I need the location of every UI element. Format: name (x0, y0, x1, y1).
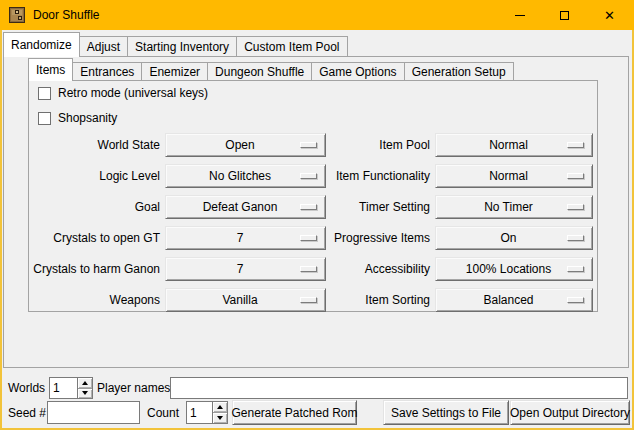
crystals-open-gt-dropdown[interactable]: 7 (165, 226, 326, 250)
world-state-dropdown[interactable]: Open (165, 133, 326, 157)
dropdown-value: Open (166, 138, 300, 152)
count-spinner[interactable]: 1 (186, 401, 228, 424)
main-tab-bar: Randomize Adjust Starting Inventory Cust… (3, 33, 348, 57)
world-state-label: World State (30, 133, 160, 157)
progressive-items-label: Progressive Items (326, 226, 430, 250)
dropdown-indicator-icon (567, 142, 584, 148)
item-sorting-dropdown[interactable]: Balanced (435, 288, 593, 312)
spinner-buttons (212, 402, 227, 423)
tab-starting-inventory[interactable]: Starting Inventory (127, 36, 237, 57)
weapons-label: Weapons (30, 288, 160, 312)
close-button[interactable]: ✕ (587, 0, 632, 30)
tab-label: Entrances (80, 65, 134, 79)
dropdown-value: Vanilla (166, 293, 300, 307)
item-sorting-label: Item Sorting (326, 288, 430, 312)
door-shuffle-window: Door Shuffle ✕ Randomize Adjust Starting… (0, 0, 634, 430)
dropdown-value: Normal (436, 169, 567, 183)
tab-label: Dungeon Shuffle (215, 65, 304, 79)
shopsanity-checkbox-row: Shopsanity (38, 111, 117, 125)
dropdown-value: Defeat Ganon (166, 200, 300, 214)
arrow-up-icon (217, 405, 223, 409)
crystals-harm-ganon-label: Crystals to harm Ganon (30, 257, 160, 281)
tab-label: Custom Item Pool (244, 40, 339, 54)
window-border-left (0, 30, 2, 430)
retro-mode-checkbox[interactable] (38, 87, 51, 100)
maximize-button[interactable] (542, 0, 587, 30)
dropdown-indicator-icon (567, 235, 584, 241)
player-names-input[interactable] (170, 377, 628, 399)
item-pool-label: Item Pool (326, 133, 430, 157)
spinner-buttons (77, 378, 92, 398)
dropdown-value: No Timer (436, 200, 567, 214)
dropdown-value: On (436, 231, 567, 245)
goal-dropdown[interactable]: Defeat Ganon (165, 195, 326, 219)
count-label: Count (147, 402, 179, 424)
worlds-spinner[interactable]: 1 (49, 377, 93, 399)
spin-down-button[interactable] (78, 388, 92, 399)
maximize-icon (560, 11, 569, 20)
minimize-button[interactable] (497, 0, 542, 30)
retro-mode-label: Retro mode (universal keys) (58, 86, 208, 100)
save-settings-button[interactable]: Save Settings to File (383, 400, 509, 425)
tab-label: Adjust (87, 40, 120, 54)
window-titlebar[interactable]: Door Shuffle ✕ (0, 0, 634, 30)
item-pool-dropdown[interactable]: Normal (435, 133, 593, 157)
accessibility-dropdown[interactable]: 100% Locations (435, 257, 593, 281)
subtab-items[interactable]: Items (28, 58, 73, 81)
dropdown-value: 7 (166, 231, 300, 245)
crystals-harm-ganon-dropdown[interactable]: 7 (165, 257, 326, 281)
dropdown-indicator-icon (567, 297, 584, 303)
subtab-dungeon-shuffle[interactable]: Dungeon Shuffle (207, 62, 312, 81)
dropdown-value: Normal (436, 138, 567, 152)
dropdown-indicator-icon (300, 173, 317, 179)
dropdown-indicator-icon (300, 142, 317, 148)
dropdown-value: No Glitches (166, 169, 300, 183)
dropdown-indicator-icon (300, 204, 317, 210)
subtab-generation-setup[interactable]: Generation Setup (404, 62, 514, 81)
shopsanity-label: Shopsanity (58, 111, 117, 125)
window-title: Door Shuffle (33, 0, 100, 30)
item-functionality-label: Item Functionality (326, 164, 430, 188)
player-names-label: Player names (97, 377, 170, 399)
dropdown-value: Balanced (436, 293, 567, 307)
tab-randomize[interactable]: Randomize (3, 32, 80, 57)
shopsanity-checkbox[interactable] (38, 112, 51, 125)
tab-adjust[interactable]: Adjust (79, 36, 128, 57)
seed-label: Seed # (8, 402, 46, 424)
dropdown-indicator-icon (567, 204, 584, 210)
sub-tab-bar: Items Entrances Enemizer Dungeon Shuffle… (28, 59, 514, 81)
tab-label: Starting Inventory (135, 40, 229, 54)
spin-down-button[interactable] (213, 412, 227, 423)
worlds-label: Worlds (8, 377, 45, 399)
goal-label: Goal (30, 195, 160, 219)
dropdown-indicator-icon (300, 235, 317, 241)
tab-label: Generation Setup (412, 65, 506, 79)
subtab-enemizer[interactable]: Enemizer (141, 62, 208, 81)
arrow-up-icon (82, 381, 88, 385)
weapons-dropdown[interactable]: Vanilla (165, 288, 326, 312)
progressive-items-dropdown[interactable]: On (435, 226, 593, 250)
seed-input[interactable] (47, 401, 140, 424)
spin-up-button[interactable] (78, 378, 92, 388)
worlds-value: 1 (53, 378, 60, 398)
window-controls: ✕ (497, 0, 632, 30)
close-icon: ✕ (604, 9, 615, 22)
accessibility-label: Accessibility (326, 257, 430, 281)
timer-setting-label: Timer Setting (326, 195, 430, 219)
subtab-game-options[interactable]: Game Options (311, 62, 404, 81)
item-functionality-dropdown[interactable]: Normal (435, 164, 593, 188)
tab-label: Game Options (319, 65, 396, 79)
spin-up-button[interactable] (213, 402, 227, 412)
generate-patched-rom-button[interactable]: Generate Patched Rom (232, 400, 357, 425)
tab-custom-item-pool[interactable]: Custom Item Pool (236, 36, 347, 57)
dropdown-indicator-icon (300, 266, 317, 272)
dropdown-indicator-icon (567, 266, 584, 272)
arrow-down-icon (217, 416, 223, 420)
open-output-directory-button[interactable]: Open Output Directory (510, 400, 630, 425)
crystals-open-gt-label: Crystals to open GT (30, 226, 160, 250)
logic-level-dropdown[interactable]: No Glitches (165, 164, 326, 188)
retro-mode-checkbox-row: Retro mode (universal keys) (38, 86, 208, 100)
timer-setting-dropdown[interactable]: No Timer (435, 195, 593, 219)
subtab-entrances[interactable]: Entrances (72, 62, 142, 81)
dropdown-indicator-icon (300, 297, 317, 303)
